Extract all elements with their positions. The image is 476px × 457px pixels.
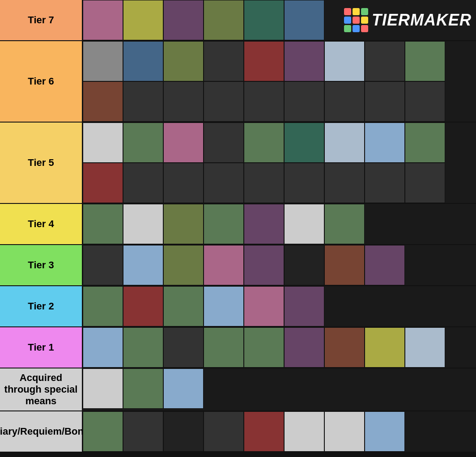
tier-cells-tier6 xyxy=(83,41,476,122)
tier-cell[interactable] xyxy=(163,41,204,81)
tier-cell[interactable] xyxy=(244,204,284,244)
tier-cell[interactable] xyxy=(123,163,163,203)
tier-cell[interactable] xyxy=(204,123,244,163)
tier-cell[interactable] xyxy=(324,41,365,81)
tier-cell[interactable] xyxy=(244,81,284,122)
tier-cell[interactable] xyxy=(284,204,324,244)
tier-cell[interactable] xyxy=(83,81,123,122)
tier-cell[interactable] xyxy=(284,41,324,81)
tier-cell[interactable] xyxy=(284,163,324,203)
tier-cell[interactable] xyxy=(405,327,445,368)
tier-cell[interactable] xyxy=(284,123,324,163)
tier-row-tier6: Tier 6 xyxy=(0,41,476,123)
tier-cell[interactable] xyxy=(284,245,324,285)
tier-cell[interactable] xyxy=(123,0,163,40)
tier-cell[interactable] xyxy=(123,41,163,81)
tier-cell[interactable] xyxy=(405,81,445,122)
tier-cell[interactable] xyxy=(324,123,365,163)
tier-cell[interactable] xyxy=(204,81,244,122)
logo-dot xyxy=(361,17,368,24)
tier-cell[interactable] xyxy=(204,327,244,368)
tier-cell[interactable] xyxy=(83,368,123,409)
tier-cell[interactable] xyxy=(204,0,244,40)
tier-cell[interactable] xyxy=(204,204,244,244)
tier-cell[interactable] xyxy=(365,327,405,368)
tier-cell[interactable] xyxy=(163,163,204,203)
tier-cell[interactable] xyxy=(123,81,163,122)
tier-cell[interactable] xyxy=(123,204,163,244)
tier-label-tier4: Tier 4 xyxy=(0,204,83,244)
tier-cell[interactable] xyxy=(204,163,244,203)
tier-cell[interactable] xyxy=(244,123,284,163)
tier-cell[interactable] xyxy=(83,245,123,285)
tier-cell[interactable] xyxy=(244,411,284,452)
tier-cell[interactable] xyxy=(163,204,204,244)
tier-cell[interactable] xyxy=(123,286,163,326)
tier-cell[interactable] xyxy=(163,81,204,122)
tier-cell[interactable] xyxy=(244,245,284,285)
tier-cell[interactable] xyxy=(163,327,204,368)
tier-cell[interactable] xyxy=(284,411,324,452)
tier-cell[interactable] xyxy=(284,0,324,40)
tier-cell[interactable] xyxy=(83,0,123,40)
tier-cell[interactable] xyxy=(365,245,405,285)
tier-cell[interactable] xyxy=(83,327,123,368)
logo-dot xyxy=(353,25,360,32)
tier-label-tier3: Tier 3 xyxy=(0,245,83,285)
logo-dot xyxy=(344,25,351,32)
tier-cells-tier3 xyxy=(83,245,476,285)
tier-cell[interactable] xyxy=(163,411,204,452)
tier-label-tier7: Tier 7 xyxy=(0,0,83,40)
tier-cell[interactable] xyxy=(123,327,163,368)
tier-cell[interactable] xyxy=(324,163,365,203)
tier-cell[interactable] xyxy=(405,123,445,163)
tier-cell[interactable] xyxy=(83,411,123,452)
tier-cell[interactable] xyxy=(123,245,163,285)
tier-cell[interactable] xyxy=(163,123,204,163)
tier-cell[interactable] xyxy=(324,245,365,285)
tier-cell[interactable] xyxy=(365,123,405,163)
tier-cell[interactable] xyxy=(204,41,244,81)
tier-cell[interactable] xyxy=(244,41,284,81)
tier-cell[interactable] xyxy=(83,163,123,203)
logo-dot xyxy=(361,25,368,32)
tier-cell[interactable] xyxy=(163,245,204,285)
tier-cell[interactable] xyxy=(163,0,204,40)
tier-cell[interactable] xyxy=(244,286,284,326)
tier-cell[interactable] xyxy=(123,411,163,452)
tier-cell[interactable] xyxy=(244,163,284,203)
tier-cell[interactable] xyxy=(405,41,445,81)
tier-cell[interactable] xyxy=(365,41,405,81)
tier-cell[interactable] xyxy=(163,286,204,326)
tier-cell[interactable] xyxy=(405,163,445,203)
tier-cells-tier5 xyxy=(83,123,476,203)
tier-cell[interactable] xyxy=(83,41,123,81)
logo-dot xyxy=(361,8,368,15)
tier-cell[interactable] xyxy=(365,163,405,203)
tier-cell[interactable] xyxy=(204,286,244,326)
tier-cell[interactable] xyxy=(365,411,405,452)
tier-cells-tier-diary xyxy=(83,411,476,452)
tier-cell[interactable] xyxy=(284,81,324,122)
logo-text: TiERMAKER xyxy=(372,11,472,30)
tier-cell[interactable] xyxy=(123,123,163,163)
tier-label-tier1: Tier 1 xyxy=(0,327,83,368)
tier-cell[interactable] xyxy=(83,286,123,326)
tier-row-tier5: Tier 5 xyxy=(0,123,476,204)
tier-cell[interactable] xyxy=(324,411,365,452)
tier-cell[interactable] xyxy=(284,286,324,326)
tier-cell[interactable] xyxy=(83,123,123,163)
tier-cell[interactable] xyxy=(163,368,204,409)
tier-cell[interactable] xyxy=(204,411,244,452)
tier-cell[interactable] xyxy=(324,204,365,244)
tier-cell[interactable] xyxy=(365,81,405,122)
tier-cell[interactable] xyxy=(324,327,365,368)
tier-cell[interactable] xyxy=(284,327,324,368)
tier-cell[interactable] xyxy=(204,245,244,285)
tier-cell[interactable] xyxy=(244,0,284,40)
tier-cell[interactable] xyxy=(244,327,284,368)
tier-row-tier-special: Acquired through special means xyxy=(0,368,476,411)
tier-cell[interactable] xyxy=(324,81,365,122)
tier-cell[interactable] xyxy=(83,204,123,244)
tier-cell[interactable] xyxy=(123,368,163,409)
